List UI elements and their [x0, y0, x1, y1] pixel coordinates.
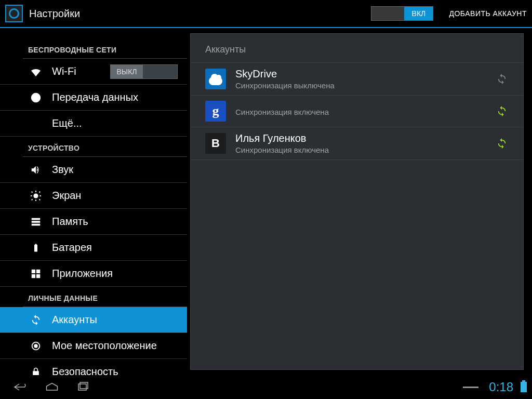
svg-point-17: [34, 344, 37, 348]
sidebar-item-accounts[interactable]: Аккаунты: [0, 307, 187, 333]
settings-sidebar: БЕСПРОВОДНЫЕ СЕТИ Wi-Fi ВЫКЛ Передача да…: [0, 28, 187, 375]
page-title: Настройки: [29, 8, 80, 20]
sidebar-item-label: Передача данных: [52, 91, 138, 103]
toggle-on-label: ВКЛ: [404, 7, 433, 20]
svg-line-5: [32, 191, 33, 192]
account-row-vk[interactable]: В Илья Гуленков Синхронизация включена: [191, 127, 523, 160]
home-button[interactable]: [36, 381, 68, 393]
google-icon: g: [205, 101, 226, 122]
sync-status-icon: [495, 72, 509, 86]
svg-rect-12: [32, 269, 35, 273]
sidebar-item-label: Wi-Fi: [52, 65, 76, 77]
sidebar-item-battery[interactable]: Батарея: [0, 235, 187, 261]
account-row-skydrive[interactable]: SkyDrive Синхронизация выключена: [191, 62, 523, 96]
svg-rect-13: [36, 269, 40, 273]
lock-icon: [29, 365, 43, 376]
sidebar-item-location[interactable]: Мое местоположение: [0, 333, 187, 359]
sound-icon: [29, 163, 43, 177]
sync-master-toggle[interactable]: ВКЛ: [371, 6, 433, 21]
account-status: Синхронизация выключена: [235, 81, 335, 90]
app-icon: [5, 5, 23, 22]
svg-rect-14: [32, 274, 35, 277]
sidebar-item-label: Звук: [52, 164, 73, 176]
wifi-toggle[interactable]: ВЫКЛ: [110, 64, 178, 79]
sync-icon: [29, 313, 43, 327]
wifi-icon: [29, 65, 43, 78]
battery-indicator-icon[interactable]: [521, 382, 527, 392]
account-row-google[interactable]: g Синхронизация включена: [191, 96, 523, 127]
sidebar-item-apps[interactable]: Приложения: [0, 261, 187, 287]
location-icon: [29, 339, 43, 353]
system-navbar: 0:18: [0, 375, 532, 399]
add-account-button[interactable]: ДОБАВИТЬ АККАУНТ: [449, 9, 527, 18]
account-name: SkyDrive: [235, 68, 335, 80]
apps-icon: [29, 267, 43, 281]
sidebar-item-wifi[interactable]: Wi-Fi ВЫКЛ: [0, 59, 187, 85]
sidebar-item-security[interactable]: Безопасность: [0, 359, 187, 375]
account-name: Илья Гуленков: [235, 132, 329, 144]
sidebar-item-label: Память: [52, 216, 88, 228]
svg-line-7: [39, 191, 40, 192]
toggle-off-label: ВЫКЛ: [111, 65, 143, 78]
sidebar-item-sound[interactable]: Звук: [0, 157, 187, 183]
sidebar-item-storage[interactable]: Память: [0, 209, 187, 235]
account-status: Синхронизация включена: [235, 108, 329, 116]
back-button[interactable]: [5, 381, 36, 393]
clock[interactable]: 0:18: [489, 380, 513, 394]
svg-rect-15: [36, 274, 40, 277]
svg-line-8: [32, 199, 33, 200]
content-pane: Аккаунты SkyDrive Синхронизация выключен…: [190, 33, 524, 370]
sidebar-item-data-usage[interactable]: Передача данных: [0, 85, 187, 111]
section-wireless: БЕСПРОВОДНЫЕ СЕТИ: [0, 38, 187, 58]
svg-rect-9: [32, 218, 41, 220]
sidebar-item-label: Приложения: [52, 268, 113, 280]
sidebar-item-label: Безопасность: [52, 366, 118, 375]
actionbar: Настройки ВКЛ ДОБАВИТЬ АККАУНТ: [0, 0, 532, 28]
sidebar-item-more[interactable]: Ещё...: [0, 111, 187, 137]
svg-line-6: [39, 199, 40, 200]
content-title: Аккаунты: [191, 34, 523, 62]
data-usage-icon: [29, 91, 43, 104]
account-status: Синхронизация включена: [235, 145, 329, 154]
sidebar-item-label: Мое местоположение: [52, 340, 157, 352]
recent-apps-button[interactable]: [68, 381, 99, 393]
vk-icon: В: [205, 133, 226, 154]
battery-icon: [29, 241, 43, 255]
sidebar-item-label: Батарея: [52, 242, 92, 254]
svg-point-0: [33, 193, 38, 198]
section-device: УСТРОЙСТВО: [0, 137, 187, 156]
section-personal: ЛИЧНЫЕ ДАННЫЕ: [0, 287, 187, 307]
sidebar-item-label: Ещё...: [52, 117, 82, 129]
sidebar-item-label: Аккаунты: [52, 314, 97, 326]
sidebar-item-display[interactable]: Экран: [0, 183, 187, 209]
sync-status-icon: [495, 137, 509, 150]
svg-rect-11: [32, 223, 41, 225]
svg-rect-10: [32, 221, 41, 223]
notification-indicator[interactable]: [463, 387, 478, 388]
skydrive-icon: [205, 69, 226, 89]
sync-status-icon: [495, 104, 509, 118]
sidebar-item-label: Экран: [52, 190, 81, 202]
storage-icon: [29, 215, 43, 229]
display-icon: [29, 189, 43, 203]
